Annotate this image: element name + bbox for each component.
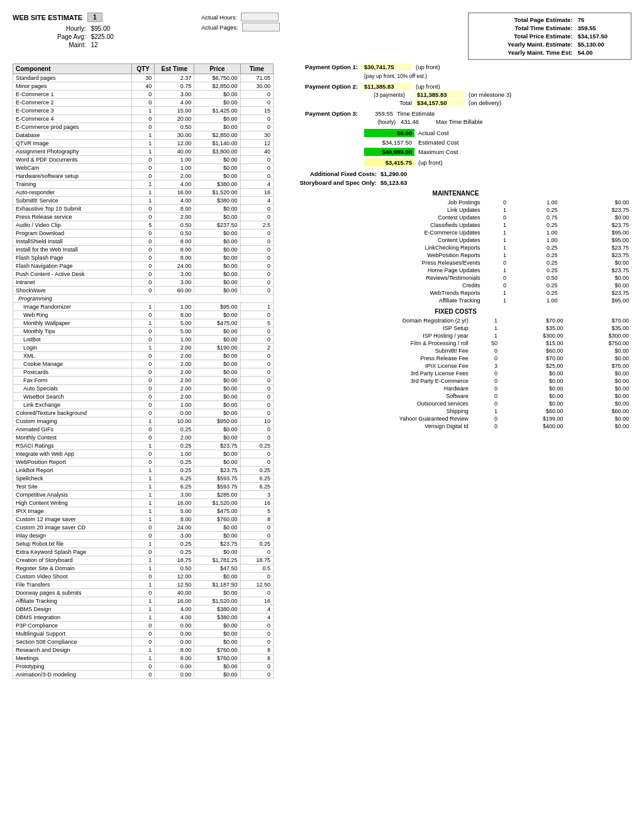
table-row: File Transfers 1 12.50 $1,187.50 12.50: [13, 581, 274, 589]
payment3-label: Payment Option 3:: [280, 110, 362, 117]
table-row: Custom 20 Image saver CD 0 24.00 $0.00 0: [13, 524, 274, 532]
table-row: Custom Video Shoot 0 12.00 $0.00 0: [13, 573, 274, 581]
payment3-sub: (hourly): [364, 119, 396, 125]
table-row: Meetings 1 8.00 $760.00 8: [13, 654, 274, 663]
table-row: ListBot 0 1.00 $0.00 0: [13, 336, 274, 344]
fixed-cost-row: Submitlt! Fee 0 $60.00 $0.00: [280, 347, 631, 355]
payment3-value2: 431.46: [401, 118, 432, 125]
page-estimate-label: Total Page Estimate:: [474, 16, 575, 24]
payment2-total-value: $34,157.50: [414, 99, 465, 106]
table-row: Prototyping 0 0.00 $0.00 0: [13, 663, 274, 671]
hourly-value: $95.00: [88, 25, 151, 33]
estimated-cost-value: $34,157.50: [364, 138, 414, 146]
web-site-estimate-title: WEB SITE ESTIMATE: [13, 14, 82, 21]
table-row: RSACI Ratings 1 0.25 $23.75 0.25: [13, 442, 274, 450]
additional-fixed-label: Additional Fixed Costs:: [280, 170, 380, 177]
yearly-maint-time-value: 54.00: [575, 48, 626, 57]
fixed-cost-row: ISP Setup 1 $35.00 $35.00: [280, 324, 631, 332]
table-row: E-Commerce 2 0 4.00 $0.00 0: [13, 99, 274, 107]
fixed-costs-table: Domain Registration (2 yr) 1 $70.00 $70.…: [280, 317, 631, 430]
yearly-maint-label: Yearly Maint. Estimate:: [474, 40, 575, 48]
table-row: E-Commerce prod pages 0 0.50 $0.00 0: [13, 123, 274, 131]
payment2-label: Payment Option 2:: [280, 83, 362, 90]
table-row: Exhaustive Top 10 Submit 0 8.00 $0.00 0: [13, 205, 274, 213]
payment2-note1: (up front): [416, 83, 440, 90]
maint-row: WebPosition Reports 1 0.25 $23.75: [280, 251, 631, 259]
table-row: Register Site & Domain 1 0.50 $47.50 0.5: [13, 565, 274, 573]
storyboard-label: Storyboard and Spec Only:: [280, 179, 380, 186]
table-row: Press Release service 0 2.00 $0.00 0: [13, 213, 274, 221]
table-row: Inlay design 0 3.00 $0.00 0: [13, 532, 274, 540]
table-row: Colored/Texture background 0 0.00 $0.00 …: [13, 409, 274, 417]
table-row: Setup Robot.txt file 1 0.25 $23.75 0.25: [13, 540, 274, 548]
table-row: IPIX Image 1 5.00 $475.00 5: [13, 507, 274, 516]
payment2-value2: $11,385.83: [414, 91, 465, 98]
price-estimate-label: Total Price Estimate:: [474, 32, 575, 40]
yearly-maint-value: $5,130.00: [575, 40, 626, 48]
payment2-value1: $11,385.83: [362, 83, 412, 90]
actual-hours-box[interactable]: [241, 13, 279, 21]
table-row: QTVR Image 1 12.00 $1,140.00 12: [13, 140, 274, 148]
table-row: Postcards 0 2.00 $0.00 0: [13, 368, 274, 377]
estimate-number: 1: [87, 13, 103, 22]
maint-row: Link Updates 1 0.25 $23.75: [280, 206, 631, 214]
hourly-label: Hourly:: [13, 25, 88, 33]
payment1-sub: (pay up front, 10% off est.): [364, 73, 427, 79]
price-estimate-value: $34,157.50: [575, 32, 626, 40]
maintenance-header: MAINTENANCE: [280, 190, 631, 197]
table-row: DBMS Design 1 4.00 $380.00 4: [13, 605, 274, 614]
payment2-note2: (on milestone 3): [469, 91, 511, 98]
table-row: Submitlt! Service 1 4.00 $380.00 4: [13, 197, 274, 205]
additional-fixed-value: $1,290.00: [380, 170, 407, 177]
table-row: Monthly Tips 0 5.00 $0.00 0: [13, 328, 274, 336]
table-row: Audio / Video Clip 5 0.50 $237.50 2.5: [13, 221, 274, 229]
payment1-label: Payment Option 1:: [280, 63, 362, 70]
table-row: Section 508 Compliance 0 0.00 $0.00 0: [13, 638, 274, 646]
maint-row: Home Page Updates 1 0.25 $23.75: [280, 267, 631, 274]
table-row: Auto Specials 0 2.00 $0.00 0: [13, 385, 274, 393]
fixed-cost-row: Verisign Digital Id 0 $400.00 $0.00: [280, 422, 631, 430]
table-row: WiseBot Search 0 2.00 $0.00 0: [13, 393, 274, 401]
fixed-cost-row: 3rd Party License Fees 0 $0.00 $0.00: [280, 370, 631, 377]
table-row: Link Exchange 0 1.00 $0.00 0: [13, 401, 274, 409]
table-row: Flash Splash Page 0 8.00 $0.00 0: [13, 254, 274, 262]
maint-row: Credits 0 0.25 $0.00: [280, 282, 631, 289]
payment1-value: $30,741.75: [362, 63, 412, 70]
table-row: Animated GIFs 0 0.25 $0.00 0: [13, 426, 274, 434]
payment3-value1: 359.55: [362, 110, 393, 117]
fixed-cost-row: ISP Hosting / year 1 $300.00 $300.00: [280, 332, 631, 339]
payment2-note3: (on delivery): [469, 99, 501, 106]
table-row: High Content Writing 1 16.00 $1,520.00 1…: [13, 499, 274, 507]
fixed-costs-header: FIXED COSTS: [280, 308, 631, 315]
time-estimate-value: 359.55: [575, 24, 626, 32]
table-row: Web Ring 0 8.00 $0.00 0: [13, 311, 274, 319]
fixed-cost-row: IPIX License Fee 3 $25.00 $75.00: [280, 362, 631, 370]
table-row: Creation of Storyboard 1 18.75 $1,781.25…: [13, 556, 274, 565]
maintenance-table: Job Postings 0 1.00 $0.00 Link Updates 1…: [280, 199, 631, 304]
table-row: E-Commerce 4 0 20.00 $0.00 0: [13, 115, 274, 123]
actual-pages-box[interactable]: [242, 23, 280, 31]
programming-section-label: Programming: [13, 295, 274, 303]
maint-row: Affiliate Tracking 1 1.00 $95.00: [280, 297, 631, 304]
table-row: LinkBot Report 1 0.25 $23.75 0.25: [13, 466, 274, 475]
table-row: Standard pages 30 2.37 $6,750.00 71.05: [13, 74, 274, 82]
maint-row: WebTrends Reports 1 0.25 $23.75: [280, 289, 631, 297]
table-row: Assignment Photography 1 40.00 $3,800.00…: [13, 148, 274, 156]
maint-row: Job Postings 0 1.00 $0.00: [280, 199, 631, 206]
table-row: Monthly Wallpaper 1 5.00 $475.00 5: [13, 319, 274, 328]
actual-hours-label: Actual Hours:: [201, 14, 237, 21]
actual-cost-label: Actual Cost: [418, 130, 449, 136]
col-qty: QTY: [131, 64, 155, 74]
table-row: Login 1 2.00 $190.00 2: [13, 344, 274, 352]
upfront-value: $3,415.75: [364, 158, 414, 167]
actual-pages-label: Actual Pages:: [201, 24, 238, 31]
table-row: Competitive Analysis 1 3.00 $285.00 3: [13, 491, 274, 499]
table-row: Minor pages 40 0.75 $2,850.00 30.00: [13, 82, 274, 91]
table-row: Cookie Manage 0 2.00 $0.00 0: [13, 360, 274, 368]
table-row: Monthly Contest 0 2.00 $0.00 0: [13, 434, 274, 442]
table-row: Database 1 30.00 $2,850.00 30: [13, 131, 274, 140]
table-row: WebPosition Report 0 0.25 $0.00 0: [13, 458, 274, 466]
table-row: Multilingual Support 0 0.00 $0.00 0: [13, 630, 274, 638]
table-row: WebCam 0 1.00 $0.00 0: [13, 164, 274, 172]
payment3-note3: Max Time Billable: [436, 118, 482, 125]
